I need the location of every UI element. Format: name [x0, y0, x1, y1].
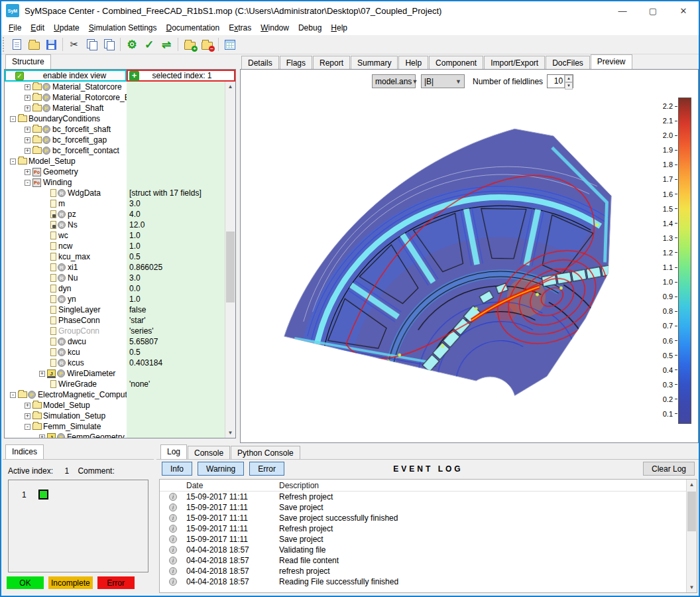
tab-component[interactable]: Component [429, 56, 483, 69]
tab-flags[interactable]: Flags [280, 56, 312, 69]
minimize-button[interactable]: — [607, 1, 638, 20]
log-row[interactable]: i04-04-2018 18:57Read file content [160, 555, 697, 566]
tree-row[interactable]: +PMaterial_Shaft [5, 103, 225, 113]
expand-icon[interactable]: + [25, 127, 30, 133]
tree-row[interactable]: -Femm_Simulate [5, 421, 225, 432]
maximize-button[interactable]: ▢ [638, 1, 668, 20]
log-row[interactable]: i15-09-2017 11:11Refresh project [160, 492, 697, 502]
tab-summary[interactable]: Summary [351, 56, 398, 69]
tab-log[interactable]: Log [160, 444, 187, 459]
menu-window[interactable]: Window [256, 21, 294, 34]
tree-row[interactable]: -Model_Setup [5, 156, 225, 166]
scroll-up-icon[interactable]: ▲ [225, 82, 235, 92]
expand-icon[interactable]: + [25, 169, 30, 175]
tree-row[interactable]: RNs12.0 [5, 220, 225, 230]
tree-row[interactable]: +Model_Setup [5, 400, 225, 411]
settings-gear-icon[interactable]: ⚙ [123, 36, 141, 52]
tree-row[interactable]: +Pbc_forcefit_gap [5, 135, 225, 145]
menu-debug[interactable]: Debug [294, 21, 326, 34]
enable-index-view-checkbox[interactable]: ✓ [15, 72, 24, 80]
tree-row[interactable]: Rdwcu5.65807 [5, 336, 225, 347]
tree-row[interactable]: -PoWinding [5, 177, 225, 188]
spin-down-icon[interactable]: ▼ [565, 82, 573, 90]
tree-row[interactable]: RNu3.0 [5, 273, 225, 283]
tree-row[interactable]: PhaseConn'star' [5, 315, 225, 326]
new-file-icon[interactable] [8, 36, 25, 52]
collapse-icon[interactable]: - [10, 116, 16, 122]
log-row[interactable]: i15-09-2017 11:11Save project [160, 534, 697, 545]
sync-arrows-icon[interactable]: ⇌ [158, 36, 175, 52]
tree-row[interactable]: +PMaterial_Rotorcore_Ela [5, 92, 225, 103]
copy-icon[interactable] [83, 36, 100, 52]
tree-row[interactable]: WireGrade'none' [5, 379, 225, 389]
tree-row[interactable]: +JPFemmGeometry [5, 432, 225, 438]
expand-icon[interactable]: + [25, 84, 30, 90]
filter-warning-button[interactable]: Warning [198, 462, 244, 476]
tree-row[interactable]: dyn0.0 [5, 283, 225, 294]
enable-index-view-cell[interactable]: ✓ enable index view [5, 70, 127, 82]
scroll-down-icon[interactable]: ▼ [225, 428, 235, 438]
paste-icon[interactable] [100, 36, 117, 52]
tab-indices[interactable]: Indices [5, 444, 44, 459]
remove-folder-icon[interactable]: − [198, 36, 215, 52]
tree-row[interactable]: +PoGeometry [5, 166, 225, 177]
collapse-icon[interactable]: - [25, 424, 30, 430]
expand-icon[interactable]: + [25, 413, 30, 419]
collapse-icon[interactable]: - [10, 159, 16, 165]
menu-documentation[interactable]: Documentation [162, 21, 225, 34]
expand-icon[interactable]: + [39, 371, 45, 377]
tree-row[interactable]: Rxi10.866025 [5, 262, 225, 273]
tree-row[interactable]: -BoundaryConditions [5, 113, 225, 124]
add-index-icon[interactable]: + [129, 71, 139, 81]
open-folder-icon[interactable] [25, 36, 42, 52]
clear-log-button[interactable]: Clear Log [643, 462, 695, 476]
log-row[interactable]: i15-09-2017 11:11Save project [160, 502, 697, 513]
log-row[interactable]: i04-04-2018 18:57refresh project [160, 566, 697, 576]
validate-check-icon[interactable]: ✓ [141, 36, 158, 52]
save-icon[interactable] [42, 36, 60, 52]
tree-row[interactable]: SingleLayerfalse [5, 304, 225, 315]
tree-row[interactable]: RWdgData[struct with 17 fields] [5, 188, 225, 198]
filter-error-button[interactable]: Error [249, 462, 284, 476]
tab-help[interactable]: Help [398, 56, 428, 69]
menu-extras[interactable]: Extras [224, 21, 256, 34]
expand-icon[interactable]: + [25, 105, 30, 111]
tree-scroll-thumb[interactable] [226, 232, 235, 302]
menu-update[interactable]: Update [49, 21, 84, 34]
filter-info-button[interactable]: Info [162, 462, 192, 476]
scroll-down-icon[interactable]: ▼ [687, 582, 697, 592]
tree-row[interactable]: +Simulation_Setup [5, 411, 225, 421]
log-row[interactable]: i04-04-2018 18:57Reading File successful… [160, 576, 697, 587]
log-scroll-thumb[interactable] [687, 492, 696, 531]
fieldlines-stepper[interactable]: 10 ▲▼ [547, 74, 573, 88]
table-grid-icon[interactable] [221, 36, 239, 52]
menu-help[interactable]: Help [326, 21, 352, 34]
selected-index-cell[interactable]: + selected index: 1 [127, 70, 235, 82]
menu-edit[interactable]: Edit [26, 21, 49, 34]
tab-report[interactable]: Report [313, 56, 350, 69]
expand-icon[interactable]: + [25, 148, 30, 154]
toolbar-grip[interactable] [3, 37, 6, 52]
collapse-icon[interactable]: - [10, 392, 16, 398]
tree-row[interactable]: Ryn1.0 [5, 294, 225, 304]
quantity-select[interactable]: |B| ▼ [421, 74, 465, 88]
scroll-up-icon[interactable]: ▲ [687, 480, 697, 490]
tree-row[interactable]: -PElectroMagnetic_Computati [5, 389, 225, 400]
log-row[interactable]: i04-04-2018 18:57Validating file [160, 545, 697, 555]
tree-row[interactable]: +Pbc_forcefit_shaft [5, 124, 225, 135]
tab-preview[interactable]: Preview [591, 54, 632, 69]
tab-structure[interactable]: Structure [5, 54, 51, 69]
tree-row[interactable]: Rkcu0.5 [5, 347, 225, 358]
menu-file[interactable]: File [4, 21, 26, 34]
close-button[interactable]: ✕ [668, 1, 699, 20]
menu-simulation-settings[interactable]: Simulation Settings [84, 21, 162, 34]
result-file-select[interactable]: model.ans ▼ [372, 74, 416, 88]
tree-row[interactable]: m3.0 [5, 198, 225, 209]
tab-details[interactable]: Details [241, 56, 279, 69]
tree-row[interactable]: +PMaterial_Statorcore [5, 82, 225, 92]
log-row[interactable]: i15-09-2017 11:11Save project successful… [160, 513, 697, 523]
cut-icon[interactable]: ✂ [66, 36, 83, 52]
add-folder-icon[interactable]: + [181, 36, 198, 52]
index-item[interactable]: 1 [22, 490, 48, 499]
tree-row[interactable]: +JPWireDiameter [5, 368, 225, 379]
